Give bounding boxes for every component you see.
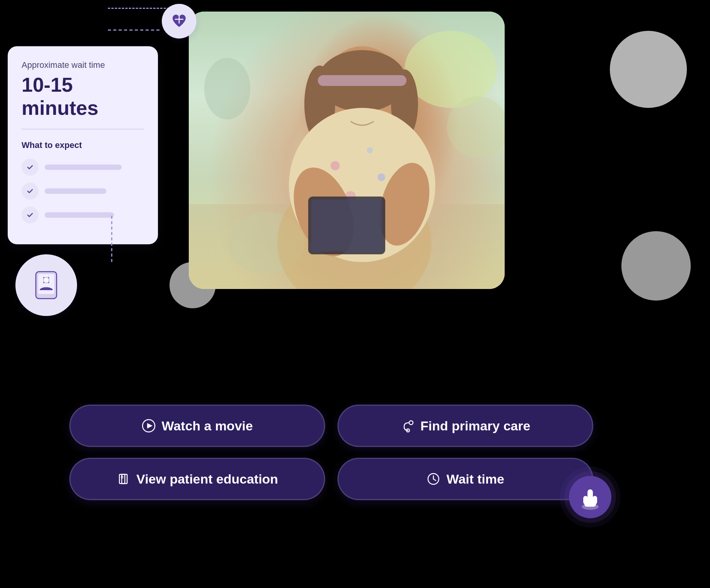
deco-circle-bottom-right <box>621 231 691 301</box>
play-icon <box>142 419 156 433</box>
svg-point-13 <box>378 173 385 181</box>
buttons-row-2: View patient education Wait time <box>69 458 593 500</box>
check-circle-3 <box>22 207 39 223</box>
svg-rect-26 <box>42 278 51 282</box>
connector-line-v <box>108 216 116 266</box>
hero-photo <box>189 12 505 289</box>
connector-line-h <box>108 8 170 31</box>
clock-icon <box>426 472 440 486</box>
wait-label: Approximate wait time <box>22 60 144 70</box>
wait-time-button[interactable]: Wait time <box>337 458 593 500</box>
checklist-item-3 <box>22 207 144 223</box>
watch-movie-button[interactable]: Watch a movie <box>69 405 325 447</box>
card-divider <box>22 129 144 129</box>
svg-point-12 <box>331 161 340 170</box>
check-line-1 <box>45 165 122 170</box>
what-to-expect-title: What to expect <box>22 140 144 150</box>
find-primary-care-label: Find primary care <box>420 418 530 433</box>
checklist-item-2 <box>22 183 144 200</box>
cursor-press-icon <box>569 476 611 518</box>
wait-time: 10-15 minutes <box>22 73 144 119</box>
check-circle-2 <box>22 183 39 200</box>
buttons-container: Watch a movie Find primary care <box>69 405 593 511</box>
svg-point-2 <box>204 58 250 119</box>
buttons-row-1: Watch a movie Find primary care <box>69 405 593 447</box>
svg-rect-19 <box>311 200 382 251</box>
view-patient-education-button[interactable]: View patient education <box>69 458 325 500</box>
svg-rect-10 <box>318 75 406 86</box>
stethoscope-icon <box>400 419 414 433</box>
doctor-icon-circle <box>15 254 77 316</box>
check-line-2 <box>45 188 106 194</box>
svg-line-37 <box>433 479 436 480</box>
heart-icon-float <box>162 4 196 39</box>
deco-circle-right <box>610 31 687 108</box>
find-primary-care-button[interactable]: Find primary care <box>337 405 593 447</box>
check-circle-1 <box>22 159 39 176</box>
wait-time-label: Wait time <box>446 472 504 487</box>
wait-card: Approximate wait time 10-15 minutes What… <box>8 46 158 244</box>
svg-point-0 <box>405 31 497 108</box>
check-line-3 <box>45 212 114 218</box>
checklist-item-1 <box>22 159 144 176</box>
svg-point-29 <box>409 421 413 425</box>
watch-movie-label: Watch a movie <box>162 418 253 433</box>
svg-marker-28 <box>147 423 153 428</box>
svg-point-42 <box>582 504 599 510</box>
book-icon <box>116 472 130 486</box>
view-patient-education-label: View patient education <box>136 472 278 487</box>
svg-point-15 <box>367 147 373 153</box>
